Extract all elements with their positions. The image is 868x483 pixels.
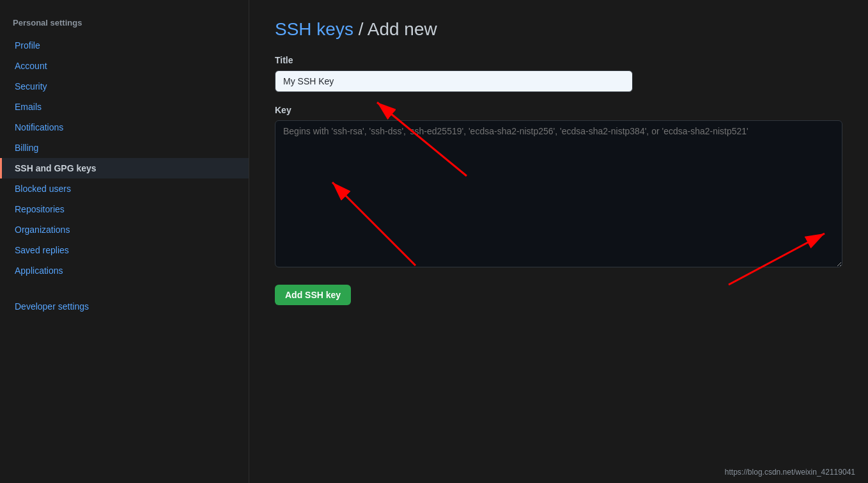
sidebar-header: Personal settings: [0, 13, 249, 35]
sidebar-item-developer-settings[interactable]: Developer settings: [0, 296, 249, 317]
sidebar-item-notifications[interactable]: Notifications: [0, 117, 249, 138]
sidebar-item-billing[interactable]: Billing: [0, 138, 249, 158]
page-title-suffix: Add new: [368, 19, 437, 39]
title-input[interactable]: [275, 70, 633, 92]
page-title-link[interactable]: SSH keys: [275, 19, 353, 39]
sidebar-item-organizations[interactable]: Organizations: [0, 219, 249, 240]
dev-nav: Developer settings: [0, 296, 249, 317]
sidebar-item-saved-replies[interactable]: Saved replies: [0, 240, 249, 260]
sidebar-item-ssh-gpg-keys[interactable]: SSH and GPG keys: [0, 158, 249, 178]
add-ssh-key-button[interactable]: Add SSH key: [275, 285, 351, 305]
page-title-separator: /: [353, 19, 368, 39]
sidebar-item-account[interactable]: Account: [0, 56, 249, 76]
key-form-group: Key: [275, 105, 842, 269]
key-label: Key: [275, 105, 842, 115]
developer-section: Developer settings: [0, 296, 249, 317]
title-form-group: Title: [275, 55, 842, 92]
sidebar-item-profile[interactable]: Profile: [0, 35, 249, 56]
sidebar-item-emails[interactable]: Emails: [0, 97, 249, 117]
sidebar-nav: ProfileAccountSecurityEmailsNotification…: [0, 35, 249, 281]
sidebar-item-repositories[interactable]: Repositories: [0, 199, 249, 219]
main-content: SSH keys / Add new Title Key Add SSH key: [249, 0, 868, 483]
sidebar-item-blocked-users[interactable]: Blocked users: [0, 178, 249, 199]
sidebar-item-applications[interactable]: Applications: [0, 260, 249, 281]
sidebar: Personal settings ProfileAccountSecurity…: [0, 0, 249, 483]
footer-url: https://blog.csdn.net/weixin_42119041: [725, 468, 855, 477]
title-label: Title: [275, 55, 842, 65]
page-title: SSH keys / Add new: [275, 19, 842, 40]
key-textarea[interactable]: [275, 120, 842, 267]
sidebar-item-security[interactable]: Security: [0, 76, 249, 97]
